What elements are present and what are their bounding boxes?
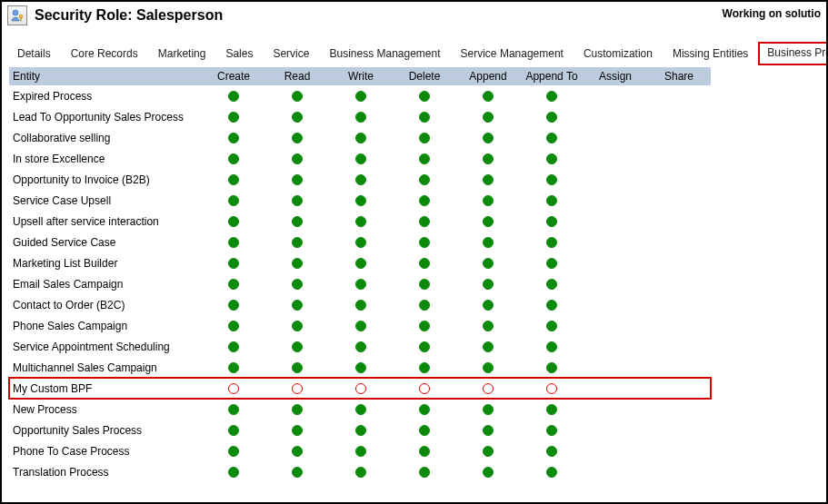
privilege-full-icon[interactable]: [228, 112, 239, 123]
entity-name-cell[interactable]: Marketing List Builder: [9, 252, 202, 273]
privilege-full-icon[interactable]: [419, 279, 430, 290]
privilege-full-icon[interactable]: [228, 362, 239, 373]
column-header-append[interactable]: Append: [456, 67, 520, 85]
privilege-cell[interactable]: [520, 378, 584, 399]
privilege-cell[interactable]: [265, 357, 329, 378]
tab-missing-entities[interactable]: Missing Entities: [663, 42, 758, 65]
privilege-full-icon[interactable]: [355, 112, 366, 123]
privilege-cell[interactable]: [456, 190, 520, 211]
privilege-cell[interactable]: [202, 106, 265, 127]
column-header-entity[interactable]: Entity: [9, 67, 202, 85]
privilege-cell[interactable]: [456, 232, 520, 252]
privilege-cell[interactable]: [329, 85, 393, 106]
privilege-full-icon[interactable]: [419, 91, 430, 102]
column-header-create[interactable]: Create: [202, 67, 265, 85]
entity-name-cell[interactable]: Upsell after service interaction: [9, 211, 202, 232]
entity-name-cell[interactable]: Opportunity Sales Process: [9, 420, 202, 440]
privilege-full-icon[interactable]: [355, 133, 366, 143]
entity-name-cell[interactable]: Multichannel Sales Campaign: [9, 357, 202, 378]
entity-name-cell[interactable]: My Custom BPF: [9, 378, 202, 399]
privilege-cell[interactable]: [265, 148, 329, 169]
privilege-cell[interactable]: [265, 399, 329, 420]
tab-business-process-flows[interactable]: Business Process Flows: [758, 42, 828, 65]
privilege-cell[interactable]: [265, 252, 329, 273]
privilege-full-icon[interactable]: [546, 446, 557, 457]
privilege-full-icon[interactable]: [419, 341, 430, 352]
privilege-full-icon[interactable]: [419, 216, 430, 227]
privilege-full-icon[interactable]: [355, 404, 366, 415]
privilege-none-icon[interactable]: [292, 383, 303, 394]
privilege-full-icon[interactable]: [483, 341, 494, 352]
privilege-full-icon[interactable]: [546, 321, 557, 331]
privilege-full-icon[interactable]: [483, 112, 494, 123]
privilege-cell[interactable]: [393, 315, 456, 336]
privilege-full-icon[interactable]: [355, 425, 366, 436]
privilege-full-icon[interactable]: [419, 133, 430, 143]
privilege-cell[interactable]: [329, 211, 393, 232]
privilege-full-icon[interactable]: [228, 341, 239, 352]
privilege-cell[interactable]: [393, 294, 456, 315]
privilege-full-icon[interactable]: [292, 321, 303, 331]
privilege-full-icon[interactable]: [292, 195, 303, 206]
privilege-full-icon[interactable]: [483, 446, 494, 457]
privilege-full-icon[interactable]: [546, 195, 557, 206]
privilege-cell[interactable]: [520, 148, 584, 169]
entity-name-cell[interactable]: Expired Process: [9, 85, 202, 106]
privilege-cell[interactable]: [520, 190, 584, 211]
privilege-cell[interactable]: [202, 420, 265, 440]
entity-name-cell[interactable]: Guided Service Case: [9, 232, 202, 252]
privilege-full-icon[interactable]: [546, 174, 557, 185]
privilege-full-icon[interactable]: [228, 91, 239, 102]
column-header-read[interactable]: Read: [265, 67, 329, 85]
privilege-full-icon[interactable]: [419, 404, 430, 415]
privilege-full-icon[interactable]: [228, 404, 239, 415]
privilege-cell[interactable]: [265, 127, 329, 148]
privilege-full-icon[interactable]: [292, 362, 303, 373]
column-header-appendto[interactable]: Append To: [520, 67, 584, 85]
privilege-full-icon[interactable]: [228, 237, 239, 248]
privilege-full-icon[interactable]: [419, 321, 430, 331]
tab-core-records[interactable]: Core Records: [61, 42, 148, 65]
privilege-none-icon[interactable]: [228, 383, 239, 394]
entity-name-cell[interactable]: Lead To Opportunity Sales Process: [9, 106, 202, 127]
column-header-share[interactable]: Share: [647, 67, 711, 85]
tab-marketing[interactable]: Marketing: [148, 42, 216, 65]
privilege-full-icon[interactable]: [419, 174, 430, 185]
privilege-cell[interactable]: [265, 336, 329, 357]
privilege-full-icon[interactable]: [483, 362, 494, 373]
privilege-none-icon[interactable]: [355, 383, 366, 394]
privilege-cell[interactable]: [265, 85, 329, 106]
entity-name-cell[interactable]: Email Sales Campaign: [9, 273, 202, 294]
privilege-full-icon[interactable]: [292, 300, 303, 311]
privilege-cell[interactable]: [202, 232, 265, 252]
privilege-full-icon[interactable]: [355, 279, 366, 290]
privilege-full-icon[interactable]: [292, 112, 303, 123]
privilege-full-icon[interactable]: [292, 467, 303, 478]
privilege-full-icon[interactable]: [419, 425, 430, 436]
privilege-full-icon[interactable]: [483, 133, 494, 143]
privilege-cell[interactable]: [265, 440, 329, 461]
privilege-full-icon[interactable]: [292, 91, 303, 102]
privilege-cell[interactable]: [393, 148, 456, 169]
privilege-cell[interactable]: [329, 294, 393, 315]
privilege-full-icon[interactable]: [546, 216, 557, 227]
privilege-cell[interactable]: [393, 127, 456, 148]
privilege-cell[interactable]: [456, 336, 520, 357]
entity-name-cell[interactable]: Service Case Upsell: [9, 190, 202, 211]
privilege-full-icon[interactable]: [355, 195, 366, 206]
privilege-full-icon[interactable]: [292, 341, 303, 352]
privilege-full-icon[interactable]: [292, 404, 303, 415]
privilege-cell[interactable]: [265, 378, 329, 399]
privilege-full-icon[interactable]: [483, 153, 494, 164]
privilege-full-icon[interactable]: [228, 133, 239, 143]
privilege-full-icon[interactable]: [546, 341, 557, 352]
tab-service[interactable]: Service: [263, 42, 319, 65]
privilege-cell[interactable]: [265, 315, 329, 336]
privilege-cell[interactable]: [456, 252, 520, 273]
tab-service-management[interactable]: Service Management: [451, 42, 574, 65]
privilege-full-icon[interactable]: [419, 258, 430, 269]
privilege-cell[interactable]: [456, 378, 520, 399]
privilege-cell[interactable]: [329, 273, 393, 294]
privilege-full-icon[interactable]: [419, 362, 430, 373]
privilege-cell[interactable]: [520, 169, 584, 190]
